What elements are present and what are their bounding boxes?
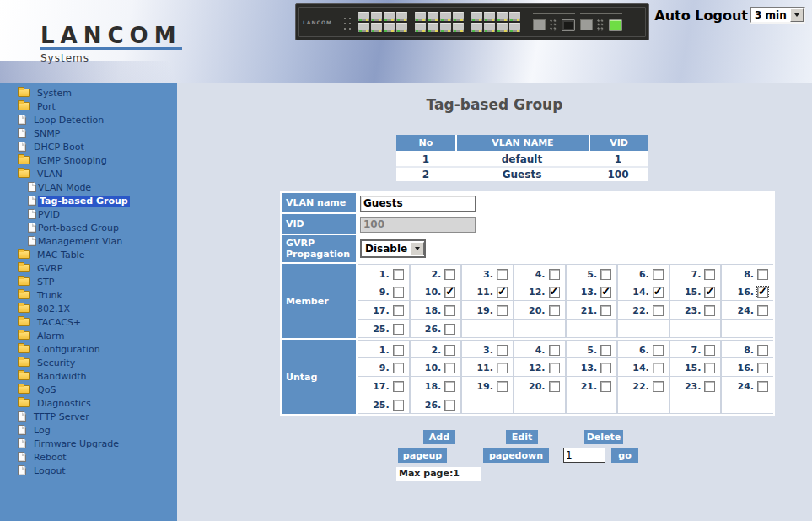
edit-button[interactable]: Edit	[506, 430, 538, 444]
pageup-button[interactable]: pageup	[398, 448, 447, 463]
member-checkbox-14[interactable]	[653, 287, 664, 298]
untag-checkbox-3[interactable]	[497, 345, 508, 356]
untag-checkbox-22[interactable]	[653, 381, 664, 392]
sidebar-item-port-based-group[interactable]: Port-based Group	[0, 221, 177, 234]
add-button[interactable]: Add	[423, 430, 455, 444]
member-checkbox-1[interactable]	[393, 269, 404, 280]
untag-checkbox-6[interactable]	[653, 345, 664, 356]
member-checkbox-10[interactable]	[444, 287, 455, 298]
untag-checkbox-23[interactable]	[704, 381, 715, 392]
untag-checkbox-11[interactable]	[497, 363, 508, 373]
sidebar-item-log[interactable]: Log	[0, 423, 177, 437]
sidebar-item-gvrp[interactable]: GVRP	[0, 261, 177, 275]
untag-checkbox-19[interactable]	[497, 381, 508, 392]
delete-button[interactable]: Delete	[584, 430, 623, 444]
member-checkbox-23[interactable]	[704, 305, 715, 316]
untag-checkbox-20[interactable]	[549, 381, 560, 392]
untag-checkbox-4[interactable]	[549, 345, 560, 356]
member-checkbox-6[interactable]	[653, 269, 664, 280]
sidebar-item-igmp-snooping[interactable]: IGMP Snooping	[0, 153, 177, 167]
sidebar-item-alarm[interactable]: Alarm	[0, 329, 177, 342]
sidebar-item-trunk[interactable]: Trunk	[0, 288, 177, 302]
rj45-port	[497, 12, 508, 21]
sidebar-item-tacacs-[interactable]: TACACS+	[0, 315, 177, 329]
member-checkbox-19[interactable]	[497, 305, 508, 316]
sidebar-item-firmware-upgrade[interactable]: Firmware Upgrade	[0, 437, 177, 450]
sidebar-item-logout[interactable]: Logout	[0, 464, 177, 477]
member-checkbox-8[interactable]	[757, 269, 768, 280]
page-number-input[interactable]	[563, 448, 605, 463]
untag-checkbox-12[interactable]	[549, 363, 560, 373]
untag-checkbox-8[interactable]	[757, 345, 768, 356]
member-checkbox-15[interactable]	[704, 287, 715, 298]
sidebar-item-vlan[interactable]: VLAN	[0, 167, 177, 180]
vlan-name-label: VLAN name	[282, 193, 356, 212]
member-checkbox-9[interactable]	[393, 287, 404, 298]
untag-checkbox-5[interactable]	[600, 345, 611, 356]
sidebar-item-port[interactable]: Port	[0, 99, 177, 113]
member-checkbox-16[interactable]	[757, 287, 768, 298]
untag-port-cell: 10.	[410, 358, 462, 377]
sidebar-item-stp[interactable]: STP	[0, 275, 177, 288]
pagedown-button[interactable]: pagedown	[483, 448, 549, 463]
sidebar-item-802-1x[interactable]: 802.1X	[0, 302, 177, 315]
sidebar-item-configuration[interactable]: Configuration	[0, 342, 177, 356]
member-checkbox-22[interactable]	[653, 305, 664, 316]
go-button[interactable]: go	[611, 448, 638, 463]
member-checkbox-21[interactable]	[600, 305, 611, 316]
gvrp-propagation-select[interactable]: Disable	[360, 239, 426, 258]
port-number-label: 2.	[431, 269, 441, 280]
member-checkbox-26[interactable]	[444, 324, 455, 335]
untag-checkbox-15[interactable]	[704, 363, 715, 373]
member-checkbox-11[interactable]	[497, 287, 508, 298]
untag-checkbox-17[interactable]	[393, 381, 404, 392]
untag-checkbox-2[interactable]	[444, 345, 455, 356]
sidebar-item-snmp[interactable]: SNMP	[0, 126, 177, 140]
auto-logout-select[interactable]: 3 min	[750, 7, 805, 24]
sidebar-item-security[interactable]: Security	[0, 356, 177, 369]
untag-checkbox-7[interactable]	[704, 345, 715, 356]
member-checkbox-5[interactable]	[600, 269, 611, 280]
sidebar-item-mac-table[interactable]: MAC Table	[0, 248, 177, 261]
member-checkbox-3[interactable]	[497, 269, 508, 280]
untag-checkbox-9[interactable]	[393, 363, 404, 373]
untag-checkbox-21[interactable]	[600, 381, 611, 392]
member-checkbox-12[interactable]	[549, 287, 560, 298]
untag-checkbox-18[interactable]	[444, 381, 455, 392]
sidebar-item-bandwidth[interactable]: Bandwidth	[0, 369, 177, 383]
member-checkbox-2[interactable]	[444, 269, 455, 280]
member-grid-row: 17.18.19.20.21.22.23.24.	[358, 301, 773, 320]
sidebar-item-vlan-mode[interactable]: VLAN Mode	[0, 180, 177, 194]
untag-checkbox-14[interactable]	[653, 363, 664, 373]
sidebar-item-management-vlan[interactable]: Management Vlan	[0, 234, 177, 248]
sidebar-item-tag-based-group[interactable]: Tag-based Group	[0, 194, 177, 207]
sidebar-item-reboot[interactable]: Reboot	[0, 450, 177, 464]
untag-checkbox-16[interactable]	[757, 363, 768, 373]
rj45-port	[371, 12, 382, 21]
sidebar-item-dhcp-boot[interactable]: DHCP Boot	[0, 140, 177, 153]
untag-checkbox-26[interactable]	[444, 400, 455, 411]
member-checkbox-7[interactable]	[704, 269, 715, 280]
sidebar-item-loop-detection[interactable]: Loop Detection	[0, 113, 177, 126]
untag-checkbox-25[interactable]	[393, 400, 404, 411]
member-checkbox-20[interactable]	[549, 305, 560, 316]
untag-checkbox-1[interactable]	[393, 345, 404, 356]
sidebar-item-system[interactable]: System	[0, 86, 177, 99]
member-checkbox-17[interactable]	[393, 305, 404, 316]
dropdown-arrow-button[interactable]	[411, 242, 424, 255]
sidebar-item-diagnostics[interactable]: Diagnostics	[0, 396, 177, 410]
member-checkbox-25[interactable]	[393, 324, 404, 335]
member-checkbox-4[interactable]	[549, 269, 560, 280]
vlan-name-input[interactable]	[360, 196, 476, 212]
sidebar-item-qos[interactable]: QoS	[0, 383, 177, 396]
untag-checkbox-24[interactable]	[757, 381, 768, 392]
sidebar-item-tftp-server[interactable]: TFTP Server	[0, 410, 177, 423]
sidebar-item-label: MAC Table	[37, 250, 84, 260]
untag-checkbox-10[interactable]	[444, 363, 455, 373]
untag-checkbox-13[interactable]	[600, 363, 611, 373]
sidebar-item-pvid[interactable]: PVID	[0, 207, 177, 221]
member-checkbox-24[interactable]	[757, 305, 768, 316]
member-checkbox-13[interactable]	[600, 287, 611, 298]
member-checkbox-18[interactable]	[444, 305, 455, 316]
dropdown-arrow-button[interactable]	[790, 8, 804, 22]
